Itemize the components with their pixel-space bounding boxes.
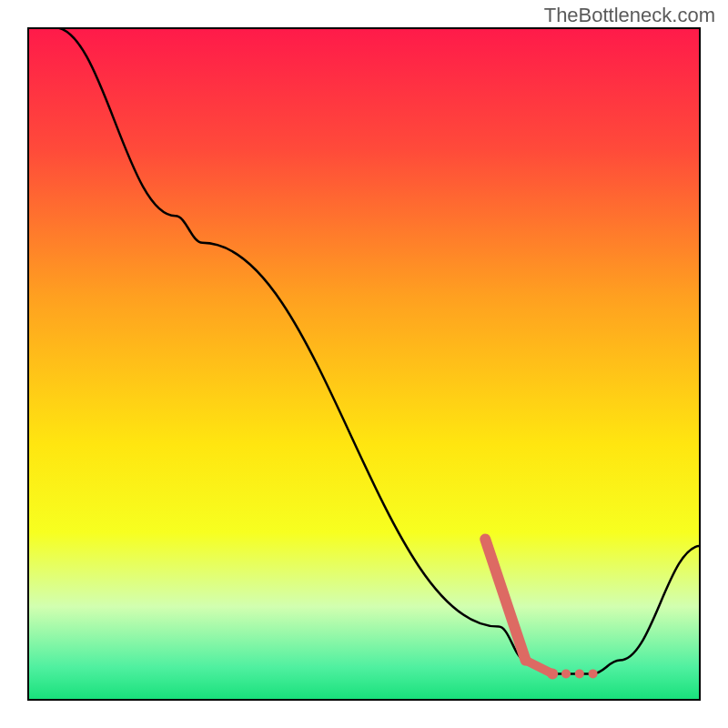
plot-frame	[27, 27, 701, 701]
chart-container: TheBottleneck.com	[0, 0, 728, 728]
watermark-label: TheBottleneck.com	[544, 4, 715, 27]
